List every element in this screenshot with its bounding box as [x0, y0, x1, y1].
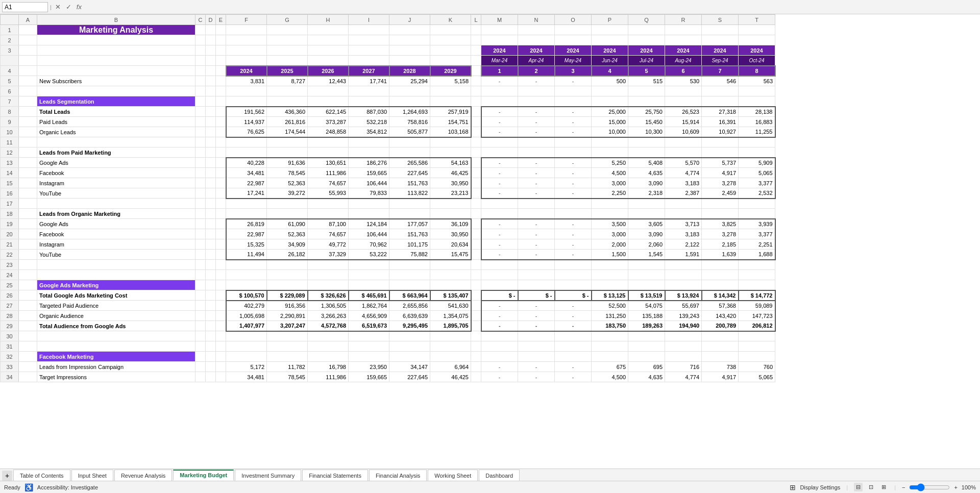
table-row: 22 YouTube 11,494 26,182 37,329 53,222 7…	[1, 250, 775, 260]
table-row: 8 Total Leads 191,562 436,360 622,145 88…	[1, 107, 775, 117]
table-row: 5 New Subscribers 3,831 8,727 12,443 17,…	[1, 76, 775, 86]
status-bar: Ready ♿ Accessibility: Investigate ⊞ Dis…	[0, 481, 980, 493]
col-hdr-h[interactable]: H	[308, 15, 349, 25]
zoom-in-icon[interactable]: +	[954, 484, 957, 490]
zoom-out-icon[interactable]: −	[902, 484, 905, 490]
formula-pipe: |	[50, 4, 52, 10]
col-hdr-b[interactable]: B	[37, 15, 195, 25]
col-hdr-e[interactable]: E	[216, 15, 226, 25]
tab-input-sheet[interactable]: Input Sheet	[71, 470, 113, 481]
table-row: 21 Instagram 15,325 34,909 49,772 70,962…	[1, 239, 775, 250]
col-hdr-c[interactable]: C	[195, 15, 206, 25]
tab-dashboard[interactable]: Dashboard	[479, 470, 520, 481]
table-row: 24	[1, 270, 775, 280]
col-hdr-n[interactable]: N	[518, 15, 555, 25]
table-row: 15 Instagram 22,987 52,363 74,657 106,44…	[1, 178, 775, 188]
formula-input[interactable]	[85, 4, 978, 11]
status-divider: |	[846, 484, 848, 490]
name-box[interactable]	[2, 2, 48, 12]
col-hdr-i[interactable]: I	[349, 15, 389, 25]
col-hdr-d[interactable]: D	[206, 15, 216, 25]
corner-cell	[1, 15, 19, 25]
display-settings-label[interactable]: Display Settings	[800, 484, 840, 490]
zoom-level[interactable]: 100%	[962, 484, 976, 490]
add-sheet-button[interactable]: +	[2, 471, 12, 481]
table-row: 28 Organic Audience 1,005,698 2,290,891 …	[1, 311, 775, 321]
table-row: 6	[1, 86, 775, 96]
table-row: 1 Marketing Analysis	[1, 25, 775, 35]
table-row: 13 Google Ads 40,228 91,636 130,651 186,…	[1, 158, 775, 168]
table-row: 16 YouTube 17,241 39,272 55,993 79,833 1…	[1, 188, 775, 199]
table-row: 23	[1, 260, 775, 270]
col-header-row: A B C D E F G H I J K L M N O P Q	[1, 15, 775, 25]
col-hdr-m[interactable]: M	[481, 15, 518, 25]
table-row: 25 Google Ads Marketing	[1, 280, 775, 290]
page-layout-icon[interactable]: ⊡	[867, 483, 875, 491]
table-row: 7 Leads Segmentation	[1, 96, 775, 107]
table-row: 10 Organic Leads 76,625 174,544 248,858 …	[1, 127, 775, 137]
table-row: 29 Total Audience from Google Ads 1,407,…	[1, 321, 775, 331]
col-hdr-o[interactable]: O	[555, 15, 592, 25]
normal-view-icon[interactable]: ⊟	[854, 483, 863, 491]
tab-investment-summary[interactable]: Investment Summary	[235, 470, 301, 481]
table-row: 2	[1, 35, 775, 45]
page-break-icon[interactable]: ⊞	[879, 483, 888, 491]
table-row: 33 Leads from Impression Campaign 5,172 …	[1, 362, 775, 372]
table-row: 12 Leads from Paid Marketing	[1, 147, 775, 158]
confirm-icon[interactable]: ✓	[64, 3, 73, 11]
tab-revenue-analysis[interactable]: Revenue Analysis	[114, 470, 172, 481]
zoom-slider[interactable]	[909, 483, 950, 491]
accessibility-icon: ♿	[24, 483, 33, 491]
table-row: 31	[1, 341, 775, 352]
table-row: 11	[1, 137, 775, 147]
tab-table-of-contents[interactable]: Table of Contents	[13, 470, 70, 481]
display-settings-icon: ⊞	[790, 483, 796, 491]
spreadsheet: A B C D E F G H I J K L M N O P Q	[0, 14, 980, 469]
tab-working-sheet[interactable]: Working Sheet	[428, 470, 478, 481]
cancel-icon[interactable]: ✕	[54, 3, 62, 11]
col-hdr-a[interactable]: A	[19, 15, 37, 25]
col-hdr-l[interactable]: L	[471, 15, 481, 25]
table-row: 18 Leads from Organic Marketing	[1, 209, 775, 219]
formula-icon[interactable]: fx	[75, 3, 83, 11]
table-row: 34 Target Impressions 34,481 78,545 111,…	[1, 372, 775, 382]
col-hdr-j[interactable]: J	[389, 15, 430, 25]
formula-bar: | ✕ ✓ fx	[0, 0, 980, 14]
col-hdr-p[interactable]: P	[592, 15, 628, 25]
tab-bar: + Table of Contents Input Sheet Revenue …	[0, 469, 980, 481]
table-row: 32 Facebook Marketing	[1, 352, 775, 362]
table-row: 26 Total Google Ads Marketing Cost $ 100…	[1, 290, 775, 301]
col-hdr-q[interactable]: Q	[628, 15, 665, 25]
ready-status: Ready	[4, 484, 20, 490]
table-row: 20 Facebook 22,987 52,363 74,657 106,444…	[1, 229, 775, 239]
tab-financial-analysis[interactable]: Financial Analysis	[369, 470, 427, 481]
main-table: A B C D E F G H I J K L M N O P Q	[0, 14, 776, 382]
table-row: Mar-24 Apr-24 May-24 Jun-24 Jul-24 Aug-2…	[1, 56, 775, 66]
table-row: 30	[1, 331, 775, 341]
table-row: 17	[1, 199, 775, 209]
table-row: 14 Facebook 34,481 78,545 111,986 159,66…	[1, 168, 775, 178]
table-row: 27 Targeted Paid Audience 402,279 916,35…	[1, 301, 775, 311]
tab-marketing-budget[interactable]: Marketing Budget	[173, 470, 234, 481]
table-row: 3 2024 2024 2024 2024 2024 2024 2024 202…	[1, 45, 775, 56]
table-row: 9 Paid Leads 114,937 261,816 373,287 532…	[1, 117, 775, 127]
table-row: 19 Google Ads 26,819 61,090 87,100 124,1…	[1, 219, 775, 229]
accessibility-label[interactable]: Accessibility: Investigate	[37, 484, 98, 490]
col-hdr-r[interactable]: R	[665, 15, 702, 25]
col-hdr-k[interactable]: K	[430, 15, 471, 25]
col-hdr-s[interactable]: S	[702, 15, 739, 25]
col-hdr-g[interactable]: G	[267, 15, 308, 25]
tab-financial-statements[interactable]: Financial Statements	[302, 470, 368, 481]
table-row: 4 2024 2025 2026 2027 2028 2029 1 2 3 4 …	[1, 66, 775, 76]
col-hdr-f[interactable]: F	[226, 15, 267, 25]
col-hdr-t[interactable]: T	[739, 15, 775, 25]
status-divider2: |	[894, 484, 896, 490]
